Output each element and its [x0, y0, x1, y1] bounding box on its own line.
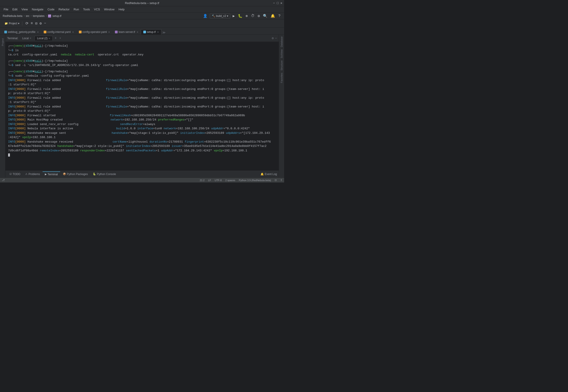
tab-setup[interactable]: setup.tf ✕ [141, 29, 161, 34]
interpreter-indicator[interactable]: Python 3.9 (RedNebula-beta) [239, 179, 271, 182]
expand-icon[interactable]: ⊡ [275, 179, 277, 182]
ls-output: ca.crt config-operator.yaml nebula nebul… [8, 53, 276, 57]
bottom-tab-python-console-label: Python Console [97, 173, 116, 176]
bottom-tab-problems-label: Problems [28, 173, 40, 176]
menu-refactor[interactable]: Refactor [57, 7, 71, 12]
tab-close-team-server[interactable]: ✕ [137, 31, 138, 33]
terminal-minimize-icon[interactable]: − [275, 37, 277, 40]
bottom-tab-python-packages[interactable]: 📦 Python Packages [61, 172, 90, 177]
window-controls[interactable]: − □ ✕ [273, 1, 282, 5]
project-sidebar-label: Project [1, 37, 4, 48]
tab-team-server[interactable]: team-server.tf ✕ [112, 29, 141, 34]
term-tab-local2[interactable]: Local (2) ✕ [34, 36, 53, 41]
maximize-button[interactable]: □ [277, 1, 278, 5]
title-bar: RedNebula-beta – setup.tf − □ ✕ [0, 0, 284, 6]
tab-close-config-operator[interactable]: ✕ [108, 31, 110, 33]
sync-icon[interactable]: ⟳ [25, 21, 29, 26]
breadcrumb-templates[interactable]: templates [33, 14, 45, 18]
position-indicator[interactable]: 21:2 [200, 179, 204, 182]
toolbar: 📁 Project ▾ ⟳ ≡ ⊟ ⚙ − [0, 19, 284, 28]
info-firewall-started: INFO[0000] Firewall startedfirewallHash=… [8, 113, 276, 118]
terminal-dropdown[interactable]: ▾ [59, 37, 62, 40]
profile-button[interactable]: ⏱ [250, 13, 255, 18]
terminal-area: Terminal: Local ✕ Local (2) ✕ + ▾ ⚙ − ┌─… [5, 35, 279, 178]
share-icon[interactable]: ⇪ [280, 179, 282, 182]
python-console-icon: 🐍 [93, 173, 96, 176]
filter-icon[interactable]: ⊟ [34, 21, 38, 26]
project-button[interactable]: 📁 Project ▾ [3, 21, 21, 26]
menu-file[interactable]: File [2, 7, 10, 12]
info-continuation-2: p: proto:0 startPort:0]" [8, 91, 276, 96]
bottom-tab-terminal[interactable]: ▶ Terminal [42, 171, 60, 177]
menu-view[interactable]: View [20, 7, 29, 12]
terminal-cursor [8, 154, 10, 156]
menu-vcs[interactable]: VCS [92, 7, 102, 12]
terminal-content[interactable]: ┌──(venv)(d3d0⊛kali)-[/tmp/nebula] └─$ l… [5, 42, 279, 170]
bottom-tab-problems[interactable]: ⚠ Problems [23, 172, 42, 177]
settings-icon[interactable]: ⚙ [257, 13, 261, 19]
debug-button[interactable]: 🐛 [237, 13, 243, 19]
database-label: Database [280, 37, 283, 47]
bottom-tab-todo[interactable]: ☑ TODO [7, 172, 23, 177]
build-label: build_c2 [216, 14, 226, 18]
terminal-block-2: ┌──(venv)(d3d0⊛kali)-[/tmp/nebula] └─$ s… [8, 59, 276, 68]
structure-label: Structure [280, 60, 283, 70]
info-continuation-3: :1 startPort:0]" [8, 100, 276, 105]
user-icon[interactable]: 👤 [202, 13, 208, 19]
bottom-tab-todo-label: TODO [13, 173, 20, 176]
coverage-button[interactable]: ⊕ [245, 13, 249, 19]
bottom-tab-python-console[interactable]: 🐍 Python Console [91, 172, 118, 177]
tab-label-team-server: team-server.tf [119, 30, 135, 34]
close-button[interactable]: ✕ [280, 1, 282, 5]
encoding-indicator[interactable]: UTF-8 [215, 179, 222, 182]
settings-toolbar-icon[interactable]: ⚙ [39, 21, 43, 26]
file-toolbar-section: ⟳ ≡ ⊟ ⚙ − [23, 21, 48, 26]
status-bar: ⎇ 21:2 LF UTF-8 2 spaces Python 3.9 (Red… [0, 178, 284, 182]
menu-tools[interactable]: Tools [81, 7, 92, 12]
search-icon[interactable]: 🔍 [262, 13, 268, 19]
terminal-cursor-line [8, 153, 276, 157]
tab-config-operator[interactable]: config-operator.yaml ✕ [76, 29, 113, 34]
tab-config-internal[interactable]: config-internal.yaml ✕ [41, 29, 76, 34]
project-folder-icon: 📁 [4, 22, 8, 25]
git-icon[interactable]: ⎇ [2, 179, 5, 182]
tab-close-setup[interactable]: ✕ [157, 31, 159, 33]
term-tab-local2-close[interactable]: ✕ [48, 37, 50, 40]
help-icon[interactable]: ? [277, 14, 281, 18]
tab-close-config-internal[interactable]: ✕ [72, 31, 74, 33]
menu-code[interactable]: Code [46, 7, 56, 12]
more-files-icon[interactable]: ≫ [162, 31, 166, 34]
terminal-settings-icon[interactable]: ⚙ [272, 36, 274, 40]
tab-webbug[interactable]: webbug_getonly.profile ✕ [2, 29, 41, 34]
line-separator[interactable]: LF [208, 179, 211, 182]
notifications-icon[interactable]: 🔔 [270, 13, 276, 19]
minimize-button[interactable]: − [273, 1, 275, 5]
terminal-label: Terminal: [7, 37, 18, 40]
tab-icon-setup [143, 31, 146, 33]
project-section: 📁 Project ▾ [2, 21, 22, 26]
menu-help[interactable]: Help [117, 7, 126, 12]
menu-window[interactable]: Window [102, 7, 116, 12]
menu-edit[interactable]: Edit [11, 7, 19, 12]
collapse-icon[interactable]: ≡ [30, 21, 34, 26]
main-layout: Project Terminal: Local ✕ Local (2) ✕ + … [0, 35, 284, 178]
term-tab-local[interactable]: Local ✕ [20, 36, 34, 41]
project-dropdown-icon: ▾ [18, 22, 19, 25]
indent-indicator[interactable]: 2 spaces [225, 179, 235, 182]
tab-close-webbug[interactable]: ✕ [37, 31, 39, 33]
bottom-right-items: 🔔 Event Log [261, 173, 277, 176]
event-log-button[interactable]: 🔔 Event Log [261, 173, 277, 176]
run-button[interactable]: ▶ [232, 13, 236, 19]
build-button[interactable]: 🔨 build_c2 ▾ [210, 14, 231, 18]
menu-run[interactable]: Run [72, 7, 81, 12]
menu-navigate[interactable]: Navigate [30, 7, 45, 12]
term-tab-local-close[interactable]: ✕ [29, 37, 31, 40]
new-terminal-button[interactable]: + [54, 36, 58, 40]
breadcrumb-src[interactable]: src [26, 14, 29, 18]
breadcrumb-file[interactable]: setup.tf [53, 14, 61, 18]
breadcrumb-project[interactable]: RedNebula-beta [3, 14, 22, 18]
minimize-panel-icon[interactable]: − [43, 21, 47, 26]
left-sidebar: Project [0, 35, 5, 178]
build-icon: 🔨 [212, 14, 215, 18]
info-firewall-2: INFO[0000] Firewall rule addedfirewallRu… [8, 87, 276, 91]
